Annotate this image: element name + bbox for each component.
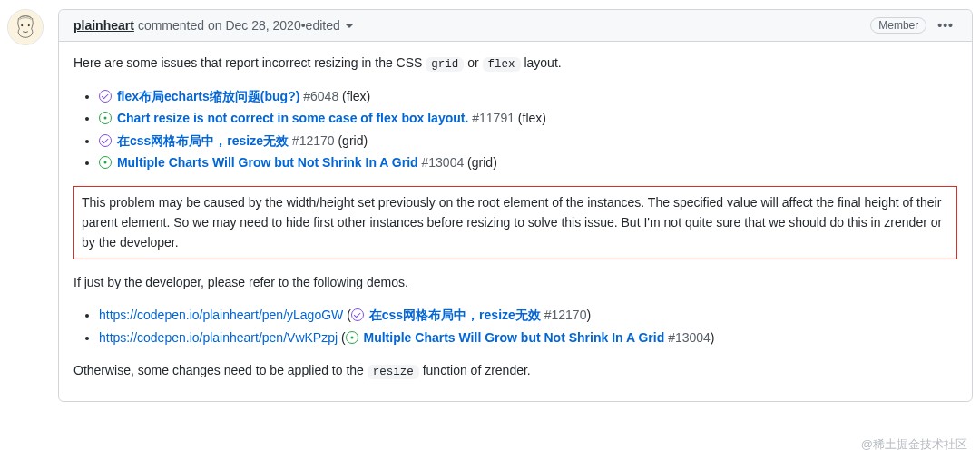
issue-suffix: (grid) <box>464 155 497 170</box>
issue-link[interactable]: 在css网格布局中，resize无效 <box>117 133 289 148</box>
comment-header: plainheart commented on Dec 28, 2020 • e… <box>59 10 972 42</box>
issue-suffix: (flex) <box>514 111 546 125</box>
issue-link[interactable]: flex布局echarts缩放问题(bug?) <box>117 89 299 103</box>
comment-body: Here are some issues that report incorre… <box>59 42 972 401</box>
role-badge: Member <box>870 17 926 34</box>
avatar[interactable] <box>7 9 44 45</box>
kebab-menu-icon[interactable]: ••• <box>934 18 957 33</box>
issue-number: #13004 <box>418 155 465 170</box>
issue-open-icon <box>99 112 112 124</box>
issue-number: #12170 <box>289 133 335 148</box>
highlighted-paragraph: This problem may be caused by the width/… <box>74 186 957 259</box>
edited-label[interactable]: edited <box>306 18 353 33</box>
list-item: https://codepen.io/plainheart/pen/yLagoG… <box>99 305 957 325</box>
issue-number: #13004 <box>664 330 710 345</box>
commented-text: commented on Dec 28, 2020 <box>138 18 301 33</box>
intro-paragraph: Here are some issues that report incorre… <box>74 53 957 73</box>
demos-intro: If just by the developer, please refer t… <box>74 272 957 292</box>
issue-open-icon <box>99 156 112 169</box>
svg-point-2 <box>28 24 30 26</box>
author-link[interactable]: plainheart <box>74 18 134 33</box>
issues-list: flex布局echarts缩放问题(bug?) #6048 (flex) Cha… <box>74 86 957 173</box>
issue-number: #12170 <box>541 308 587 322</box>
code-grid: grid <box>426 57 464 72</box>
demos-list: https://codepen.io/plainheart/pen/yLagoG… <box>74 305 957 347</box>
issue-link[interactable]: Chart resize is not correct in some case… <box>117 111 468 125</box>
issue-open-icon <box>346 331 358 344</box>
demo-link[interactable]: https://codepen.io/plainheart/pen/yLagoG… <box>99 308 343 322</box>
issue-link[interactable]: Multiple Charts Will Grow but Not Shrink… <box>117 155 418 170</box>
list-item: Multiple Charts Will Grow but Not Shrink… <box>99 152 957 172</box>
issue-link[interactable]: Multiple Charts Will Grow but Not Shrink… <box>364 330 665 345</box>
demo-link[interactable]: https://codepen.io/plainheart/pen/VwKPzp… <box>99 330 338 345</box>
code-flex: flex <box>483 57 521 72</box>
list-item: flex布局echarts缩放问题(bug?) #6048 (flex) <box>99 86 957 106</box>
list-item: 在css网格布局中，resize无效 #12170 (grid) <box>99 131 957 151</box>
issue-number: #6048 <box>299 89 338 103</box>
list-item: Chart resize is not correct in some case… <box>99 108 957 128</box>
issue-closed-icon <box>351 308 364 321</box>
issue-closed-icon <box>99 90 112 103</box>
issue-suffix: (flex) <box>338 89 370 103</box>
list-item: https://codepen.io/plainheart/pen/VwKPzp… <box>99 328 957 347</box>
comment-box: plainheart commented on Dec 28, 2020 • e… <box>58 9 973 402</box>
code-resize: resize <box>368 365 419 379</box>
issue-suffix: (grid) <box>335 133 368 148</box>
caret-down-icon <box>346 24 353 28</box>
issue-link[interactable]: 在css网格布局中，resize无效 <box>369 308 541 322</box>
svg-point-1 <box>21 24 23 26</box>
comment-container: plainheart commented on Dec 28, 2020 • e… <box>7 9 973 402</box>
otherwise-paragraph: Otherwise, some changes need to be appli… <box>74 360 957 381</box>
issue-number: #11791 <box>468 111 514 125</box>
issue-closed-icon <box>99 134 112 147</box>
